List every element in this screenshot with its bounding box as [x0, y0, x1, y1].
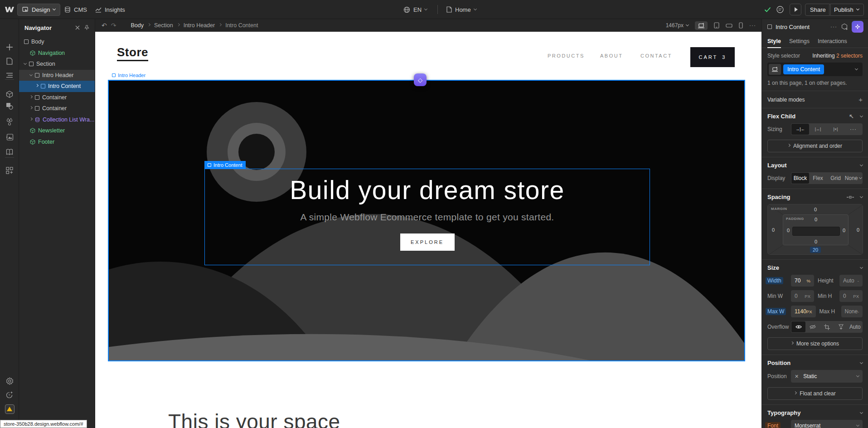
overflow-visible-eye-icon[interactable]: [791, 321, 805, 332]
page-switcher[interactable]: Home: [446, 0, 476, 19]
flex-grow-icon[interactable]: |↔|: [809, 124, 827, 135]
flex-shrink-icon[interactable]: →|←: [791, 124, 809, 135]
overflow-auto-option[interactable]: Auto: [848, 321, 862, 332]
chevron-right-icon[interactable]: [29, 106, 33, 109]
ai-assistant-button[interactable]: [852, 21, 863, 33]
tree-item-intro-header[interactable]: Intro Header: [19, 70, 95, 81]
spacing-settings-icon[interactable]: [847, 195, 854, 199]
site-cart-button[interactable]: CART 3: [690, 47, 735, 67]
overflow-scroll-crop-icon[interactable]: [820, 321, 834, 332]
breakpoint-mobile-landscape-icon[interactable]: [726, 24, 732, 28]
settings-gear-icon[interactable]: [0, 375, 19, 386]
tree-item-footer[interactable]: Footer: [19, 136, 95, 148]
tree-item-body[interactable]: Body: [19, 36, 95, 48]
height-input[interactable]: Auto-: [839, 275, 863, 287]
redo-icon[interactable]: ↷: [111, 22, 116, 29]
more-size-options-button[interactable]: More size options: [767, 337, 863, 350]
site-nav-contact[interactable]: CONTACT: [640, 53, 672, 58]
chevron-down-icon[interactable]: [860, 410, 863, 413]
chevron-down-icon[interactable]: [29, 73, 33, 76]
site-nav-about[interactable]: ABOUT: [600, 53, 623, 58]
intro-content-element[interactable]: Build your dream store A simple Webflow …: [204, 169, 650, 265]
hero-section[interactable]: Intro Content Build your dream store A s…: [108, 80, 745, 361]
breadcrumb-section[interactable]: Section: [154, 22, 173, 29]
spacing-widget[interactable]: MARGIN 0 0 0 20 PADDING 0 0 0 0: [767, 204, 863, 255]
pages-icon[interactable]: [0, 56, 19, 67]
max-width-input[interactable]: 1140PX: [791, 306, 816, 317]
breadcrumb-intro-header[interactable]: Intro Header: [184, 22, 215, 29]
site-logo[interactable]: Store: [117, 45, 148, 61]
chevron-down-icon[interactable]: [24, 62, 27, 65]
tab-interactions[interactable]: Interactions: [818, 38, 847, 44]
assets-icon[interactable]: [0, 131, 19, 142]
apps-icon[interactable]: [0, 165, 19, 176]
tree-item-navigation[interactable]: Navigation: [19, 48, 95, 59]
corner-arrow-icon[interactable]: ↖: [849, 113, 854, 120]
chevron-down-icon[interactable]: [855, 67, 858, 70]
breadcrumb-intro-content[interactable]: Intro Content: [225, 22, 258, 29]
overflow-ellipsis-icon[interactable]: [834, 321, 848, 332]
tree-item-section[interactable]: Section: [19, 58, 95, 70]
selector-input[interactable]: Intro Content: [767, 63, 863, 76]
padding-top-value[interactable]: 0: [815, 217, 817, 222]
more-icon[interactable]: ···: [830, 24, 837, 30]
cms-button[interactable]: CMS: [64, 0, 87, 19]
float-clear-button[interactable]: Float and clear: [767, 387, 863, 400]
help-icon[interactable]: ?: [0, 389, 19, 400]
more-options-icon[interactable]: ···: [749, 22, 756, 29]
tab-settings[interactable]: Settings: [789, 38, 810, 44]
chevron-right-icon[interactable]: [35, 84, 39, 87]
margin-top-value[interactable]: 0: [814, 207, 817, 212]
tree-item-intro-content[interactable]: Intro Content: [19, 81, 95, 92]
publish-button[interactable]: Publish: [829, 0, 864, 19]
flex-none-icon[interactable]: |×|: [827, 124, 844, 135]
chevron-right-icon[interactable]: [29, 95, 33, 98]
preview-play-button[interactable]: [790, 0, 801, 19]
chevron-down-icon[interactable]: [860, 163, 863, 166]
libraries-icon[interactable]: [0, 146, 19, 157]
locale-switcher[interactable]: EN: [403, 0, 427, 19]
tab-style[interactable]: Style: [767, 38, 781, 44]
intro-header-tag[interactable]: Intro Header: [109, 71, 149, 79]
breakpoint-tablet-icon[interactable]: [714, 22, 719, 29]
alignment-order-button[interactable]: Alignment and order: [767, 140, 863, 152]
flex-more-icon[interactable]: ···: [844, 124, 862, 135]
insights-button[interactable]: Insights: [95, 0, 125, 19]
inheriting-count[interactable]: 2 selectors: [836, 53, 863, 59]
site-nav-products[interactable]: PRODUCTS: [548, 53, 585, 58]
overflow-hidden-eye-off-icon[interactable]: [805, 321, 820, 332]
undo-icon[interactable]: ↶: [102, 22, 107, 29]
margin-bottom-value[interactable]: 20: [810, 247, 821, 253]
create-component-icon[interactable]: [841, 23, 848, 30]
class-chip[interactable]: Intro Content: [783, 64, 824, 74]
min-width-input[interactable]: 0PX: [791, 290, 814, 302]
display-block-option[interactable]: Block: [791, 173, 809, 184]
hero-subtitle[interactable]: A simple Webflow Ecommerce template to g…: [300, 212, 554, 223]
add-elements-icon[interactable]: [0, 42, 19, 53]
chevron-down-icon[interactable]: [860, 360, 863, 364]
max-height-input[interactable]: None-: [841, 306, 863, 317]
tree-item-collection-list[interactable]: Collection List Wra...: [19, 114, 95, 126]
font-dropdown[interactable]: Montserrat: [791, 420, 863, 428]
components-icon[interactable]: [0, 89, 19, 100]
min-height-input[interactable]: 0PX: [839, 290, 863, 302]
comments-button[interactable]: [776, 0, 784, 19]
padding-left-value[interactable]: 0: [787, 228, 790, 233]
width-input[interactable]: 70%: [791, 275, 814, 287]
share-button[interactable]: Share: [805, 0, 831, 19]
margin-right-value[interactable]: 0: [857, 227, 859, 233]
explore-button[interactable]: EXPLORE: [400, 233, 455, 251]
design-canvas[interactable]: Store PRODUCTS ABOUT CONTACT CART 3 Intr…: [95, 32, 761, 428]
design-mode-button[interactable]: Design: [17, 0, 60, 19]
padding-right-value[interactable]: 0: [843, 228, 845, 233]
tree-item-container[interactable]: Container: [19, 103, 95, 114]
position-dropdown[interactable]: ✕ Static: [791, 370, 863, 383]
styles-icon[interactable]: [0, 101, 19, 112]
margin-left-value[interactable]: 0: [772, 227, 775, 233]
tree-item-container[interactable]: Container: [19, 92, 95, 103]
pin-icon[interactable]: [84, 25, 89, 30]
upgrade-warning-icon[interactable]: [0, 404, 19, 414]
display-grid-option[interactable]: Grid: [827, 173, 844, 184]
close-icon[interactable]: [75, 25, 80, 30]
tree-item-newsletter[interactable]: Newsletter: [19, 125, 95, 136]
